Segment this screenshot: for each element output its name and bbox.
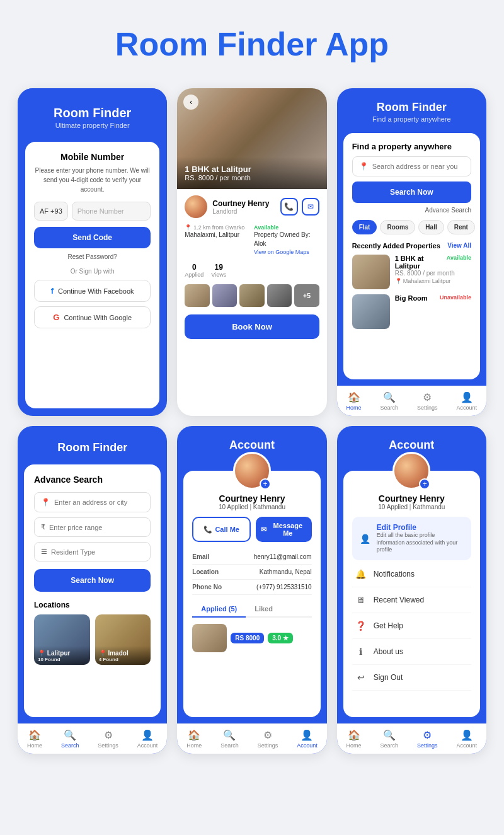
message-button[interactable]: ✉ [302,198,319,216]
tab-liked[interactable]: Liked [246,601,282,616]
rating-badge: 3.0 ★ [268,633,293,643]
addr-input-row[interactable]: 📍 [34,492,151,512]
advance-search-link[interactable]: Advance Search [352,207,471,214]
nav-search-3[interactable]: 🔍 Search [381,391,399,411]
agent-role: Landlord [212,208,269,215]
price-input-row[interactable]: ₹ [34,517,151,537]
bottom-nav-4: 🏠 Home 🔍 Search ⚙ Settings 👤 Account [18,723,167,754]
home-icon-6: 🏠 [348,729,360,741]
property-price: RS. 8000 / per month [185,174,319,181]
adv-search-button[interactable]: Search Now [34,569,151,592]
nav-search-6[interactable]: 🔍 Search [381,729,399,749]
country-code: AF +93 [34,202,68,221]
filter-flat[interactable]: Flat [352,220,377,234]
menu-about[interactable]: ℹ About us [352,639,471,665]
action-buttons: 📞 Call Me ✉ Message Me [192,517,311,542]
search-now-button[interactable]: Search Now [352,181,471,203]
stats-row: 0 Applied 19 Views [185,263,319,278]
agent-info: Courtney Henry Landlord [185,195,269,218]
nav-settings-6[interactable]: ⚙ Settings [417,729,438,749]
account-icon-5: 👤 [301,729,313,741]
maps-link[interactable]: View on Google Maps [254,248,319,256]
tabs-row: Applied (5) Liked [192,601,311,618]
call-me-button[interactable]: 📞 Call Me [192,517,251,542]
filter-hall[interactable]: Hall [418,220,444,234]
adv-body: Advance Search 📍 ₹ ☰ Search Now Location… [24,464,161,717]
settings-title: Account [347,439,476,452]
mockup-account-settings: Account + Courtney Henry 10 Applied | Ka… [337,426,486,754]
home-icon-4: 🏠 [28,729,41,741]
mockups-grid: Room Finder Ultimate property Finder Mob… [0,82,504,773]
recent-icon: 🖥 [355,595,367,605]
nav-search-4[interactable]: 🔍 Search [61,729,79,749]
menu-recent-viewed[interactable]: 🖥 Recent Viewed [352,587,471,613]
nav-settings-5[interactable]: ⚙ Settings [258,729,278,749]
thumb-2 [212,284,237,307]
view-all-link[interactable]: View All [447,242,471,250]
property-title: 1 BHK at Lalitpur [185,164,319,174]
type-input-row[interactable]: ☰ [34,542,151,561]
filter-rooms[interactable]: Rooms [380,220,415,234]
account-icon: 👤 [461,391,473,403]
menu-notifications[interactable]: 🔔 Notifications [352,561,471,587]
help-icon: ❓ [355,621,367,631]
menu-get-help[interactable]: ❓ Get Help [352,613,471,639]
addr-input[interactable] [54,498,144,506]
thumb-4 [267,284,292,307]
avatar-plus-button[interactable]: + [260,478,271,490]
nav-account-6[interactable]: 👤 Account [456,729,477,749]
about-icon: ℹ [355,647,367,657]
home-icon-5: 🏠 [188,729,200,741]
prop-name-2: Big Room [395,294,428,302]
nav-account-3[interactable]: 👤 Account [456,391,477,411]
profile-avatar-wrap: + [192,452,311,490]
search-input[interactable] [372,163,464,170]
reset-link[interactable]: Reset Password? [34,253,151,260]
settings-icon-4: ⚙ [104,729,113,741]
nav-home-5[interactable]: 🏠 Home [186,729,202,749]
nav-home-4[interactable]: 🏠 Home [27,729,42,749]
book-now-button[interactable]: Book Now [185,314,319,339]
prop-thumb-2 [352,294,390,329]
settings-profile-name: Courtney Henry [352,493,471,504]
menu-list: 👤 Edit Profile Edit all the basic profil… [352,517,471,691]
nav-home-3[interactable]: 🏠 Home [346,391,362,411]
message-me-button[interactable]: ✉ Message Me [256,517,312,542]
nav-search-5[interactable]: 🔍 Search [220,729,239,749]
bottom-nav-6: 🏠 Home 🔍 Search ⚙ Settings 👤 Account [337,723,486,754]
settings-avatar-plus[interactable]: + [419,478,430,490]
loc-label-2: 📍 Imadol 4 Found [95,646,151,665]
nav-account-5[interactable]: 👤 Account [297,729,318,749]
distance-label: 📍 1.2 km from Gwarko [185,224,250,231]
applied-thumb [192,624,227,652]
edit-profile-card[interactable]: 👤 Edit Profile Edit all the basic profil… [352,517,471,560]
search-icon-5: 🔍 [223,729,236,741]
prop-loc-1: 📍 Mahalaxmi Lalitpur [395,278,471,284]
property-card-2: Big Room Unavailable [352,294,471,329]
phone-input-placeholder[interactable]: Phone Number [72,202,151,221]
thumbnail-row: +5 [185,284,319,307]
google-button[interactable]: G Continue With Google [34,306,151,328]
tab-applied[interactable]: Applied (5) [192,601,246,618]
call-button[interactable]: 📞 [280,198,298,216]
settings-icon-5: ⚙ [263,729,272,741]
notification-icon: 🔔 [355,569,367,579]
nav-home-6[interactable]: 🏠 Home [346,729,362,749]
filter-rent[interactable]: Rent [447,220,475,234]
menu-sign-out[interactable]: ↩ Sign Out [352,665,471,691]
settings-avatar-container: + [392,452,430,490]
recently-label: Recently Added Properties View All [352,242,471,250]
search-input-row[interactable]: 📍 [352,156,471,176]
nav-settings-3[interactable]: ⚙ Settings [417,391,438,411]
send-code-button[interactable]: Send Code [34,227,151,248]
avail-col: Available Property Owned By: Alok View o… [254,224,319,256]
type-input[interactable] [51,548,144,556]
price-input[interactable] [49,524,144,531]
thumb-more[interactable]: +5 [294,284,319,307]
facebook-button[interactable]: f Continue With Facebook [34,280,151,302]
nav-settings-4[interactable]: ⚙ Settings [98,729,118,749]
rupee-icon: ₹ [41,523,45,531]
views-stat: 19 Views [211,263,226,278]
nav-account-4[interactable]: 👤 Account [137,729,158,749]
mockup-login: Room Finder Ultimate property Finder Mob… [18,88,167,416]
